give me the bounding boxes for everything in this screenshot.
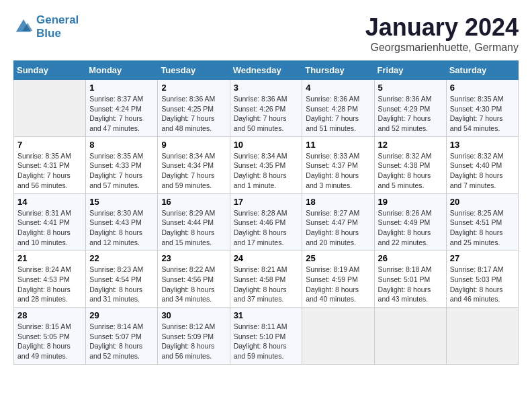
day-info: Sunrise: 8:35 AM Sunset: 4:33 PM Dayligh…: [89, 151, 154, 191]
calendar-cell: [374, 308, 446, 365]
calendar-cell: 7Sunrise: 8:35 AM Sunset: 4:31 PM Daylig…: [14, 136, 86, 193]
day-number: 31: [234, 310, 299, 320]
calendar-cell: 26Sunrise: 8:18 AM Sunset: 5:01 PM Dayli…: [374, 250, 446, 308]
day-number: 7: [17, 140, 82, 150]
day-number: 13: [450, 140, 515, 150]
day-number: 22: [89, 253, 154, 263]
calendar-cell: 27Sunrise: 8:17 AM Sunset: 5:03 PM Dayli…: [446, 250, 518, 308]
calendar-cell: 20Sunrise: 8:25 AM Sunset: 4:51 PM Dayli…: [446, 193, 518, 250]
day-number: 24: [234, 253, 299, 263]
title-area: January 2024 Georgsmarienhuette, Germany: [365, 13, 519, 54]
logo: General Blue: [13, 13, 79, 40]
day-number: 16: [161, 197, 226, 207]
calendar-cell: 21Sunrise: 8:24 AM Sunset: 4:53 PM Dayli…: [14, 250, 86, 308]
header-thursday: Thursday: [302, 61, 374, 80]
day-info: Sunrise: 8:12 AM Sunset: 5:09 PM Dayligh…: [161, 322, 226, 361]
day-info: Sunrise: 8:23 AM Sunset: 4:54 PM Dayligh…: [89, 265, 154, 304]
day-number: 20: [450, 197, 515, 207]
calendar-cell: 15Sunrise: 8:30 AM Sunset: 4:43 PM Dayli…: [86, 193, 158, 250]
calendar-cell: 3Sunrise: 8:36 AM Sunset: 4:26 PM Daylig…: [230, 80, 302, 137]
calendar-cell: 24Sunrise: 8:21 AM Sunset: 4:58 PM Dayli…: [230, 250, 302, 308]
day-info: Sunrise: 8:17 AM Sunset: 5:03 PM Dayligh…: [450, 265, 515, 304]
day-info: Sunrise: 8:36 AM Sunset: 4:28 PM Dayligh…: [306, 94, 370, 134]
day-number: 8: [89, 140, 154, 150]
day-info: Sunrise: 8:34 AM Sunset: 4:34 PM Dayligh…: [161, 151, 226, 191]
calendar-cell: 4Sunrise: 8:36 AM Sunset: 4:28 PM Daylig…: [302, 80, 374, 137]
calendar-cell: 31Sunrise: 8:11 AM Sunset: 5:10 PM Dayli…: [230, 308, 302, 365]
day-info: Sunrise: 8:32 AM Sunset: 4:40 PM Dayligh…: [450, 151, 515, 191]
page-header: General Blue January 2024 Georgsmarienhu…: [13, 13, 519, 54]
day-number: 2: [161, 83, 226, 93]
calendar-cell: 9Sunrise: 8:34 AM Sunset: 4:34 PM Daylig…: [158, 136, 230, 193]
location-title: Georgsmarienhuette, Germany: [365, 42, 519, 54]
day-info: Sunrise: 8:25 AM Sunset: 4:51 PM Dayligh…: [450, 208, 515, 248]
day-info: Sunrise: 8:30 AM Sunset: 4:43 PM Dayligh…: [89, 208, 154, 248]
day-number: 5: [378, 83, 443, 93]
calendar-cell: 10Sunrise: 8:34 AM Sunset: 4:35 PM Dayli…: [230, 136, 302, 193]
week-row-1: 1Sunrise: 8:37 AM Sunset: 4:24 PM Daylig…: [14, 80, 519, 137]
calendar-cell: 2Sunrise: 8:36 AM Sunset: 4:25 PM Daylig…: [158, 80, 230, 137]
calendar-cell: 19Sunrise: 8:26 AM Sunset: 4:49 PM Dayli…: [374, 193, 446, 250]
day-number: 11: [306, 140, 370, 150]
calendar-table: SundayMondayTuesdayWednesdayThursdayFrid…: [13, 60, 519, 365]
day-number: 15: [89, 197, 154, 207]
header-monday: Monday: [86, 61, 158, 80]
calendar-cell: 29Sunrise: 8:14 AM Sunset: 5:07 PM Dayli…: [86, 308, 158, 365]
day-info: Sunrise: 8:34 AM Sunset: 4:35 PM Dayligh…: [234, 151, 299, 191]
day-number: 28: [17, 310, 82, 320]
day-info: Sunrise: 8:18 AM Sunset: 5:01 PM Dayligh…: [378, 265, 443, 304]
day-number: 9: [161, 140, 226, 150]
header-saturday: Saturday: [446, 61, 518, 80]
day-info: Sunrise: 8:36 AM Sunset: 4:29 PM Dayligh…: [378, 94, 443, 134]
day-info: Sunrise: 8:31 AM Sunset: 4:41 PM Dayligh…: [17, 208, 82, 248]
header-friday: Friday: [374, 61, 446, 80]
calendar-header-row: SundayMondayTuesdayWednesdayThursdayFrid…: [14, 61, 519, 80]
header-tuesday: Tuesday: [158, 61, 230, 80]
day-info: Sunrise: 8:26 AM Sunset: 4:49 PM Dayligh…: [378, 208, 443, 248]
day-number: 4: [306, 83, 370, 93]
day-number: 10: [234, 140, 299, 150]
week-row-5: 28Sunrise: 8:15 AM Sunset: 5:05 PM Dayli…: [14, 308, 519, 365]
day-number: 12: [378, 140, 443, 150]
week-row-4: 21Sunrise: 8:24 AM Sunset: 4:53 PM Dayli…: [14, 250, 519, 308]
calendar-cell: 14Sunrise: 8:31 AM Sunset: 4:41 PM Dayli…: [14, 193, 86, 250]
calendar-cell: 5Sunrise: 8:36 AM Sunset: 4:29 PM Daylig…: [374, 80, 446, 137]
calendar-cell: 17Sunrise: 8:28 AM Sunset: 4:46 PM Dayli…: [230, 193, 302, 250]
day-number: 18: [306, 197, 370, 207]
calendar-cell: 23Sunrise: 8:22 AM Sunset: 4:56 PM Dayli…: [158, 250, 230, 308]
day-number: 14: [17, 197, 82, 207]
calendar-cell: 18Sunrise: 8:27 AM Sunset: 4:47 PM Dayli…: [302, 193, 374, 250]
calendar-cell: 22Sunrise: 8:23 AM Sunset: 4:54 PM Dayli…: [86, 250, 158, 308]
calendar-cell: [302, 308, 374, 365]
header-sunday: Sunday: [14, 61, 86, 80]
day-info: Sunrise: 8:15 AM Sunset: 5:05 PM Dayligh…: [17, 322, 82, 361]
day-info: Sunrise: 8:22 AM Sunset: 4:56 PM Dayligh…: [161, 265, 226, 304]
day-number: 25: [306, 253, 370, 263]
day-info: Sunrise: 8:21 AM Sunset: 4:58 PM Dayligh…: [234, 265, 299, 304]
day-info: Sunrise: 8:32 AM Sunset: 4:38 PM Dayligh…: [378, 151, 443, 191]
day-info: Sunrise: 8:19 AM Sunset: 4:59 PM Dayligh…: [306, 265, 370, 304]
day-info: Sunrise: 8:24 AM Sunset: 4:53 PM Dayligh…: [17, 265, 82, 304]
calendar-cell: [14, 80, 86, 137]
day-info: Sunrise: 8:33 AM Sunset: 4:37 PM Dayligh…: [306, 151, 370, 191]
header-wednesday: Wednesday: [230, 61, 302, 80]
day-info: Sunrise: 8:36 AM Sunset: 4:25 PM Dayligh…: [161, 94, 226, 134]
day-info: Sunrise: 8:35 AM Sunset: 4:30 PM Dayligh…: [450, 94, 515, 134]
day-info: Sunrise: 8:14 AM Sunset: 5:07 PM Dayligh…: [89, 322, 154, 361]
calendar-cell: 8Sunrise: 8:35 AM Sunset: 4:33 PM Daylig…: [86, 136, 158, 193]
day-number: 30: [161, 310, 226, 320]
day-number: 17: [234, 197, 299, 207]
week-row-3: 14Sunrise: 8:31 AM Sunset: 4:41 PM Dayli…: [14, 193, 519, 250]
day-info: Sunrise: 8:35 AM Sunset: 4:31 PM Dayligh…: [17, 151, 82, 191]
week-row-2: 7Sunrise: 8:35 AM Sunset: 4:31 PM Daylig…: [14, 136, 519, 193]
day-info: Sunrise: 8:28 AM Sunset: 4:46 PM Dayligh…: [234, 208, 299, 248]
day-number: 6: [450, 83, 515, 93]
day-info: Sunrise: 8:29 AM Sunset: 4:44 PM Dayligh…: [161, 208, 226, 248]
logo-icon: [13, 17, 34, 37]
calendar-cell: 11Sunrise: 8:33 AM Sunset: 4:37 PM Dayli…: [302, 136, 374, 193]
calendar-cell: 28Sunrise: 8:15 AM Sunset: 5:05 PM Dayli…: [14, 308, 86, 365]
calendar-cell: 12Sunrise: 8:32 AM Sunset: 4:38 PM Dayli…: [374, 136, 446, 193]
day-number: 29: [89, 310, 154, 320]
day-info: Sunrise: 8:11 AM Sunset: 5:10 PM Dayligh…: [234, 322, 299, 361]
day-number: 26: [378, 253, 443, 263]
